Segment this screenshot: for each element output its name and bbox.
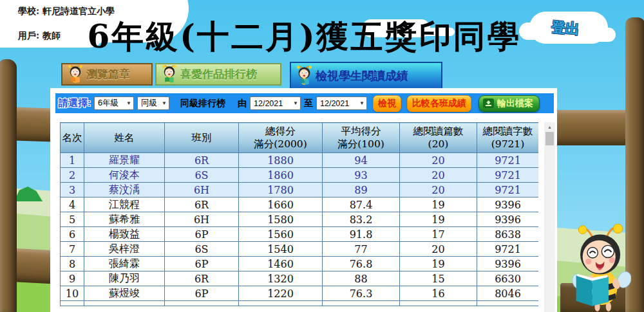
cell-total: 1540 [239, 242, 323, 257]
cell-rank: 2 [61, 168, 84, 183]
from-month-value: 12/2021 [254, 99, 283, 108]
tab-browse-articles[interactable]: 瀏覽篇章 [61, 63, 153, 86]
col-total-header: 總得分滿分(2000) [239, 123, 323, 153]
export-file-label: 輸出檔案 [497, 98, 533, 109]
export-file-icon [483, 98, 494, 108]
content-panel: 請選擇: 6年級 ▼ 同級 ▼ 同級排行榜 由 12/2021 ▼ 至 12/2… [50, 88, 557, 312]
choose-label: 請選擇: [59, 97, 91, 109]
bee-icon [68, 65, 83, 84]
to-month-value: 12/2021 [320, 99, 349, 108]
tab-label: 檢視學生閱讀成績 [316, 68, 408, 84]
table-header: 名次 姓名 班別 總得分滿分(2000) 平均得分滿分(100) 總閱讀篇數(2… [61, 123, 539, 153]
cell-total: 1660 [239, 197, 323, 212]
cell-words: 6630 [477, 271, 539, 286]
cell-name: 楊致益 [84, 227, 165, 242]
cell-rank: 7 [61, 242, 84, 257]
col-rank-header: 名次 [61, 123, 84, 153]
to-month-select[interactable]: 12/2021 ▼ [316, 96, 367, 110]
user-name: 教師 [43, 30, 61, 41]
cell-name: 吳梓澄 [84, 242, 165, 257]
vertical-scrollbar[interactable]: ▲ [544, 122, 555, 312]
cell-rank: 9 [61, 271, 84, 286]
tab-label: 喜愛作品排行榜 [180, 67, 257, 82]
cell-rank: 8 [61, 257, 84, 271]
table-row: 2 何浚本 6S 1860 93 20 9721 [61, 168, 539, 183]
chevron-down-icon: ▼ [126, 100, 131, 106]
cell-rank: 10 [61, 286, 84, 301]
scroll-up-arrow-icon[interactable]: ▲ [544, 122, 555, 131]
grade-select[interactable]: 6年級 ▼ [94, 96, 134, 110]
school-name: 軒尼詩道官立小學 [43, 6, 115, 16]
cell-articles: 20 [400, 153, 477, 168]
table-row: 9 陳乃羽 6R 1320 88 15 6630 [61, 271, 539, 286]
cell-class: 6P [165, 227, 239, 242]
filter-toolbar: 請選擇: 6年級 ▼ 同級 ▼ 同級排行榜 由 12/2021 ▼ 至 12/2… [55, 93, 554, 113]
cell-articles: 20 [400, 183, 477, 197]
cell-words: 9721 [477, 168, 539, 183]
cell-class: 6R [165, 197, 239, 212]
cell-words: 9721 [477, 183, 539, 197]
cell-class: 6R [165, 271, 239, 286]
tab-view-reading-scores[interactable]: 檢視學生閱讀成績 [290, 62, 442, 88]
cell-words: 9396 [477, 197, 539, 212]
table-body: 1 羅景耀 6R 1880 94 20 9721 2 何浚本 6S 1860 9… [61, 153, 539, 306]
chevron-down-icon: ▼ [293, 100, 298, 106]
scope-select[interactable]: 同級 ▼ [137, 96, 169, 110]
compare-classes-button[interactable]: 比較各班成績 [407, 95, 471, 112]
col-articles-header: 總閱讀篇數(20) [400, 123, 477, 153]
grade-select-value: 6年級 [98, 98, 118, 109]
bee-icon [296, 66, 312, 86]
cell-average: 87.4 [323, 197, 400, 212]
cell-average: 89 [323, 183, 400, 197]
table-row: 3 蔡汶渪 6H 1780 89 20 9721 [61, 183, 539, 197]
chevron-down-icon: ▼ [162, 100, 167, 106]
export-file-button[interactable]: 輸出檔案 [478, 95, 540, 112]
scrollbar-thumb[interactable] [545, 132, 554, 145]
cell-articles: 20 [400, 168, 477, 183]
view-button[interactable]: 檢視 [373, 95, 401, 112]
table-row: 7 吳梓澄 6S 1540 77 20 9721 [61, 242, 539, 257]
from-month-select[interactable]: 12/2021 ▼ [250, 96, 301, 110]
cell-words: 8638 [477, 227, 539, 242]
cell-articles: 17 [400, 227, 477, 242]
table-row: 10 蘇煜竣 6P 1220 76.3 16 8046 [61, 286, 539, 301]
table-row: 4 江競程 6R 1660 87.4 19 9396 [61, 197, 539, 212]
cell-total: 1580 [239, 212, 323, 227]
cell-rank: 4 [61, 197, 84, 212]
cell-class: 6S [165, 242, 239, 257]
col-words-header: 總閱讀字數(9721) [477, 123, 539, 153]
cell-articles: 19 [400, 212, 477, 227]
user-label: 用戶: [18, 30, 39, 41]
cell-name: 羅景耀 [84, 153, 165, 168]
col-name-header: 姓名 [84, 123, 165, 153]
cell-words: 9721 [477, 153, 539, 168]
tab-favorite-ranking[interactable]: 喜愛作品排行榜 [155, 63, 281, 86]
logout-button[interactable]: 登出 [551, 17, 580, 39]
tab-label: 瀏覽篇章 [86, 67, 130, 82]
cell-class: 6H [165, 212, 239, 227]
cell-name: 蔡汶渪 [84, 183, 165, 197]
cell-total: 1220 [239, 286, 323, 301]
cell-rank: 1 [61, 153, 84, 168]
app-window: 學校: 軒尼詩道官立小學 用戶: 教師 6年級(十二月)獲五獎印同學 登出 瀏覽… [0, 0, 644, 312]
fence-post [0, 59, 17, 312]
cell-name: 陳乃羽 [84, 271, 165, 286]
table-row: 8 張綺霖 6P 1460 76.8 19 9396 [61, 257, 539, 271]
cell-total: 1880 [239, 153, 323, 168]
ranking-title: 同級排行榜 [180, 98, 225, 109]
cell-average: 83.2 [323, 212, 400, 227]
cell-articles: 20 [400, 242, 477, 257]
cell-words: 9721 [477, 242, 539, 257]
cell-articles: 16 [400, 286, 477, 301]
cell-class: 6H [165, 183, 239, 197]
cell-words: 9396 [477, 257, 539, 271]
page-title: 6年級(十二月)獲五獎印同學 [64, 15, 544, 59]
cell-name: 蘇煜竣 [84, 286, 165, 301]
cell-rank: 6 [61, 227, 84, 242]
cell-name: 張綺霖 [84, 257, 165, 271]
cell-total: 1860 [239, 168, 323, 183]
cell-average: 88 [323, 271, 400, 286]
cell-average: 76.3 [323, 286, 400, 301]
cell-class: 6S [165, 168, 239, 183]
table-row: 5 蘇希雅 6H 1580 83.2 19 9396 [61, 212, 539, 227]
